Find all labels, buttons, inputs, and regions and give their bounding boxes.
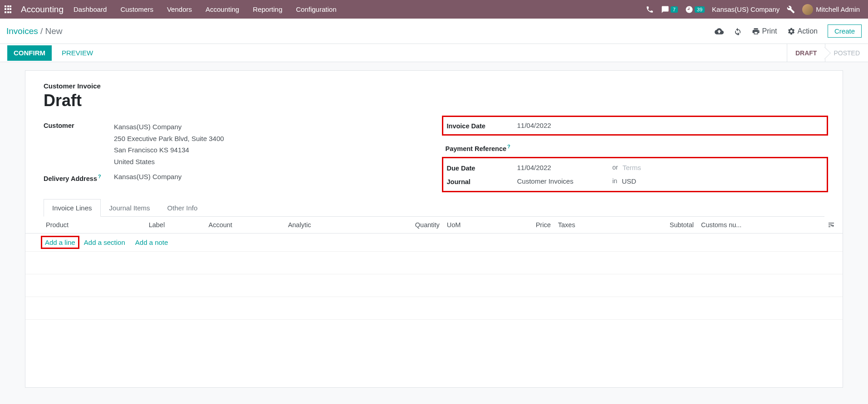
activity-icon[interactable]: 39 (685, 5, 705, 14)
print-button[interactable]: Print (752, 27, 777, 35)
status-posted[interactable]: POSTED (825, 44, 868, 62)
avatar (802, 4, 813, 15)
menu-vendors[interactable]: Vendors (167, 5, 192, 13)
menu-accounting[interactable]: Accounting (206, 5, 239, 13)
cloud-upload-icon[interactable] (715, 27, 724, 36)
preview-button[interactable]: PREVIEW (62, 49, 93, 57)
confirm-button[interactable]: CONFIRM (7, 45, 52, 61)
topbar: Accounting Dashboard Customers Vendors A… (0, 0, 868, 19)
actionbar: CONFIRM PREVIEW DRAFT POSTED (0, 44, 868, 62)
chat-badge: 7 (671, 6, 678, 13)
user-menu[interactable]: Mitchell Admin (802, 4, 860, 15)
create-button[interactable]: Create (828, 24, 862, 38)
chat-icon[interactable]: 7 (661, 5, 678, 14)
subbar: Invoices / New Print Action Create (0, 19, 868, 44)
user-name: Mitchell Admin (816, 5, 860, 13)
company-switcher[interactable]: Kansas(US) Company (712, 5, 780, 13)
menu-reporting[interactable]: Reporting (253, 5, 282, 13)
statusbar: DRAFT POSTED (787, 44, 868, 62)
tools-icon[interactable] (787, 5, 795, 14)
voip-icon[interactable] (646, 5, 654, 14)
breadcrumb-root[interactable]: Invoices (6, 26, 38, 36)
menu-dashboard[interactable]: Dashboard (74, 5, 107, 13)
discard-icon[interactable] (734, 27, 742, 35)
breadcrumb-current: New (45, 26, 63, 36)
action-button[interactable]: Action (787, 27, 818, 35)
apps-icon[interactable] (5, 5, 13, 14)
app-title[interactable]: Accounting (21, 5, 64, 15)
menu-customers[interactable]: Customers (120, 5, 153, 13)
breadcrumb: Invoices / New (6, 26, 63, 36)
status-draft[interactable]: DRAFT (787, 44, 825, 62)
menu-configuration[interactable]: Configuration (296, 5, 336, 13)
activity-badge: 39 (695, 6, 705, 13)
